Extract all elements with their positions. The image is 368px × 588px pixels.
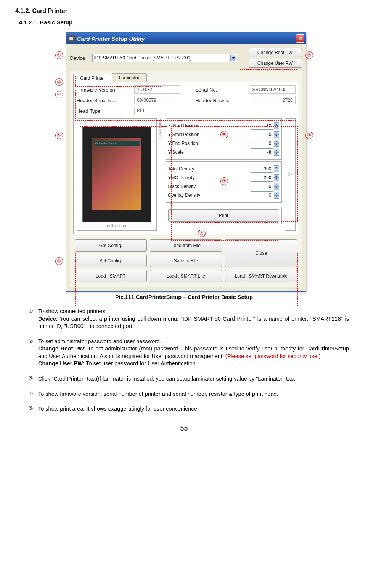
callout-1: ① [55,51,63,59]
print-direction-label: Print direction [158,118,162,231]
load-from-file-button[interactable]: Load from File [150,239,222,252]
callout-8: ⑧ [198,230,206,237]
ymc-density-value[interactable] [251,174,273,182]
print-button[interactable]: Print [168,209,279,222]
x-start-label: X Start Position [168,123,200,129]
y-start-spinner[interactable]: ▲▼ [251,131,279,138]
y-scale-value[interactable] [251,148,273,156]
desc-num-2: ② [28,338,33,344]
page-number: 55 [15,424,353,432]
header-serial-value: 03-00379 [134,96,180,104]
spinner-up-icon[interactable]: ▲ [274,122,279,126]
close-icon[interactable]: ✕ [296,34,304,43]
y-end-spinner[interactable]: ▲▼ [251,140,279,147]
window-title: Card Printer Setup Utility [77,35,145,42]
overlay-density-value[interactable] [251,191,273,199]
total-density-label: Total Density [168,166,194,172]
header-resister-value: 2726 [250,96,296,104]
device-select[interactable]: IDP SMART-50 Card Printer [SMART : USB00… [92,54,237,62]
spinner-up-icon[interactable]: ▲ [274,140,279,143]
spinner-down-icon[interactable]: ▼ [274,195,279,199]
callout-9: ⑨ [305,132,313,139]
tab-laminator[interactable]: Laminator [112,73,146,82]
load-smart-button[interactable]: Load : SMART [75,270,147,282]
close-button[interactable]: Close [225,239,297,267]
spinner-down-icon[interactable]: ▼ [274,186,279,190]
calibration-card: Calibration Sheet [82,127,151,222]
spinner-down-icon[interactable]: ▼ [274,178,279,181]
serial-number-value: SRCNNN-A40001 [250,85,296,94]
save-to-file-button[interactable]: Save to File [150,255,222,267]
desc-body-1: To show connected printers Device: You c… [38,308,349,330]
load-smart-rewritable-button[interactable]: Load : SMART Rewritable [225,270,297,282]
serial-number-label: Serial No. [184,87,246,93]
position-settings-group: X Start Position ▲▼ Y Start Position [166,118,282,160]
desc-body-2: To set administrator password and user p… [38,338,349,368]
x-arrow-label: → X [79,121,87,125]
y-scale-label: Y Scale [168,149,184,155]
spinner-up-icon[interactable]: ▲ [274,192,279,195]
x-start-spinner[interactable]: ▲▼ [251,122,279,130]
desc-body-5: To show print area. It shows exaggeratin… [38,405,349,413]
calibration-label: calibration [107,223,126,228]
callout-10: ⑩ [55,257,63,265]
subsection-heading: 4.1.2.1. Basic Setup [19,19,353,26]
desc-num-3: ③ [28,375,33,381]
spinner-up-icon[interactable]: ▲ [274,183,279,186]
total-density-value[interactable] [251,165,273,173]
overlay-density-label: Overlay Density [168,193,201,198]
header-serial-label: Header Serial No. [77,98,131,103]
desc-body-3: Click "Card Printer" tap.(If laminator i… [38,375,349,383]
spinner-up-icon[interactable]: ▲ [274,165,279,169]
device-value: IDP SMART-50 Card Printer [SMART : USB00… [94,55,192,61]
firmware-version-label: Firmware Version [77,87,131,93]
calibration-sheet-text: Calibration Sheet [94,141,140,146]
calibration-inner-image [92,138,141,210]
expand-button[interactable]: > [285,118,296,231]
callout-4: ④ [55,91,63,98]
spinner-down-icon[interactable]: ▼ [274,152,279,156]
load-smart-lite-button[interactable]: Load : SMART Lite [150,270,222,282]
chevron-down-icon: ▾ [230,55,236,61]
get-config-button[interactable]: Get Config. [75,239,147,252]
change-root-pw-button[interactable]: Change Root PW [249,48,302,57]
head-type-value: KEE [134,107,180,115]
spinner-down-icon[interactable]: ▼ [274,135,279,138]
ymc-density-spinner[interactable]: ▲▼ [251,174,279,182]
black-density-spinner[interactable]: ▲▼ [251,183,279,190]
callout-2: ② [305,51,313,59]
set-config-button[interactable]: Set Config. [75,255,147,267]
calibration-preview: → X Calibration Sheet calibration [77,118,157,231]
y-start-value[interactable] [251,131,273,138]
desc-num-1: ① [28,308,33,314]
figure-caption: Pic.111 CardPrinterSetup – Card Printer … [15,294,353,300]
desc-num-4: ④ [28,390,33,397]
y-scale-spinner[interactable]: ▲▼ [251,148,279,156]
app-window: Card Printer Setup Utility ✕ Device IDP … [66,32,306,292]
callout-5: ⑤ [55,132,63,139]
ymc-density-label: YMC Density [168,175,195,180]
spinner-up-icon[interactable]: ▲ [274,149,279,152]
y-start-label: Y Start Position [168,132,200,137]
callout-6: ⑥ [220,131,228,138]
firmware-version-value: 1.00.82 [134,85,180,94]
titlebar: Card Printer Setup Utility ✕ [66,33,306,44]
callout-3: ③ [55,78,63,86]
tab-card-printer[interactable]: Card Printer [73,74,112,82]
black-density-value[interactable] [251,183,273,190]
overlay-density-spinner[interactable]: ▲▼ [251,191,279,199]
change-user-pw-button[interactable]: Change User PW [249,59,302,68]
spinner-down-icon[interactable]: ▼ [274,169,279,172]
desc-body-4: To show firmware version, serial number … [38,390,349,398]
header-resister-label: Header Resister [184,98,246,103]
x-start-value[interactable] [251,122,273,130]
black-density-label: Black Density [168,184,196,189]
spinner-up-icon[interactable]: ▲ [274,131,279,135]
y-end-value[interactable] [251,140,273,147]
y-end-label: Y End Position [168,141,198,146]
spinner-down-icon[interactable]: ▼ [274,143,279,147]
spinner-down-icon[interactable]: ▼ [274,126,279,129]
spinner-up-icon[interactable]: ▲ [274,174,279,178]
total-density-spinner[interactable]: ▲▼ [251,165,279,173]
svg-rect-0 [69,37,73,40]
